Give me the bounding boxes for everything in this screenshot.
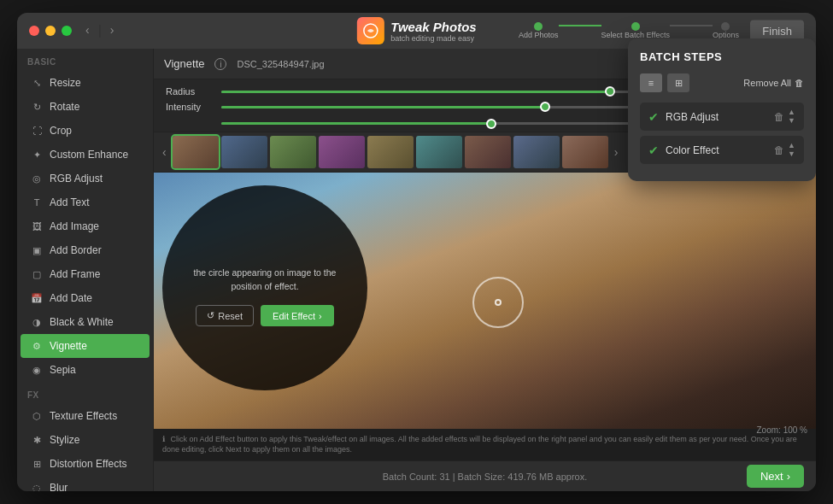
sidebar-item-distortion[interactable]: ⊞ Distortion Effects <box>21 452 150 476</box>
edit-effect-button[interactable]: Edit Effect › <box>261 305 334 326</box>
sidebar-item-bw[interactable]: ◑ Black & White <box>21 310 150 334</box>
step-down-rgb[interactable]: ▼ <box>788 117 795 125</box>
custom-enhance-icon: ✦ <box>31 149 43 161</box>
sidebar-label-add-date: Add Date <box>50 292 92 304</box>
batch-count-text: Batch Count: 31 <box>383 472 450 482</box>
extra-thumb[interactable] <box>486 119 496 129</box>
sidebar-label-stylize: Stylize <box>50 434 79 446</box>
add-frame-icon: ▢ <box>31 268 43 280</box>
sidebar-label-add-border: Add Border <box>50 244 102 256</box>
radius-fill <box>221 91 610 93</box>
thumb-prev[interactable]: ‹ <box>159 144 170 161</box>
next-label: Next <box>760 470 783 483</box>
logo-icon <box>356 17 384 44</box>
sidebar-item-add-text[interactable]: T Add Text <box>21 190 150 214</box>
step-dot-3 <box>721 22 730 31</box>
distortion-icon: ⊞ <box>31 458 43 470</box>
rotate-icon: ↻ <box>31 101 43 113</box>
thumbnail-3[interactable] <box>270 136 316 168</box>
step-dot-2 <box>631 22 640 31</box>
list-view-button[interactable]: ≡ <box>640 73 662 92</box>
intensity-label: Intensity <box>166 102 213 112</box>
sidebar-item-sepia[interactable]: ◉ Sepia <box>21 358 150 382</box>
forward-arrow[interactable]: › <box>110 23 114 38</box>
sidebar-label-sepia: Sepia <box>50 364 76 376</box>
sidebar-item-add-date[interactable]: 📅 Add Date <box>21 286 150 310</box>
add-image-icon: 🖼 <box>31 220 43 232</box>
reset-icon: ↺ <box>207 310 214 321</box>
thumbnail-1[interactable] <box>173 136 219 168</box>
sidebar-item-add-border[interactable]: ▣ Add Border <box>21 238 150 262</box>
extra-fill <box>221 122 491 125</box>
close-button[interactable] <box>29 26 39 36</box>
reset-button[interactable]: ↺ Reset <box>196 305 254 326</box>
progress-line-2 <box>670 25 713 26</box>
thumbnail-8[interactable] <box>513 136 560 168</box>
sidebar-item-add-image[interactable]: 🖼 Add Image <box>21 214 150 238</box>
step-label-rgb: RGB Adjust <box>666 111 767 123</box>
app-logo: Tweak Photos batch editing made easy <box>356 17 476 44</box>
grid-icon: ⊞ <box>675 78 683 89</box>
filename: DSC_325484947.jpg <box>237 59 324 69</box>
batch-count: Batch Count: 31 | Batch Size: 419.76 MB … <box>383 472 588 482</box>
sidebar: BASIC ⤡ Resize ↻ Rotate ⛶ Crop ✦ Custom … <box>17 49 154 491</box>
step-item-rgb[interactable]: ✔ RGB Adjust 🗑 ▲ ▼ <box>640 103 804 131</box>
bw-icon: ◑ <box>31 316 43 328</box>
thumbnail-5[interactable] <box>367 136 414 168</box>
sidebar-label-texture: Texture Effects <box>50 410 117 422</box>
sidebar-item-resize[interactable]: ⤡ Resize <box>21 71 150 95</box>
sidebar-item-add-frame[interactable]: ▢ Add Frame <box>21 262 150 286</box>
next-button[interactable]: Next › <box>747 465 804 488</box>
sidebar-item-crop[interactable]: ⛶ Crop <box>21 119 150 143</box>
sidebar-item-custom-enhance[interactable]: ✦ Custom Enhance <box>21 143 150 167</box>
grid-view-button[interactable]: ⊞ <box>667 73 689 92</box>
list-icon: ≡ <box>648 78 654 88</box>
sidebar-item-rgb-adjust[interactable]: ◎ RGB Adjust <box>21 167 150 190</box>
fullscreen-button[interactable] <box>62 26 72 36</box>
sidebar-label-blur: Blur <box>50 482 67 491</box>
resize-icon: ⤡ <box>31 77 43 89</box>
thumbnail-9[interactable] <box>562 136 608 168</box>
trash-icon: 🗑 <box>795 78 804 88</box>
step-label-1: Add Photos <box>519 31 559 39</box>
progress-step-2: Select Batch Effects <box>601 22 670 39</box>
info-icon-small: ℹ <box>162 435 165 443</box>
sidebar-item-blur[interactable]: ◌ Blur <box>21 476 150 491</box>
next-arrow-icon: › <box>787 470 790 483</box>
edit-arrow-icon: › <box>319 311 322 321</box>
sidebar-item-vignette[interactable]: ⚙ Vignette <box>21 334 150 358</box>
intensity-thumb[interactable] <box>540 102 550 112</box>
thumb-next[interactable]: › <box>611 144 622 161</box>
back-arrow[interactable]: ‹ <box>85 23 90 38</box>
sidebar-item-texture[interactable]: ⬡ Texture Effects <box>21 404 150 428</box>
step-delete-color[interactable]: 🗑 <box>774 144 784 156</box>
blur-icon: ◌ <box>31 482 43 491</box>
edit-effect-label: Edit Effect <box>273 311 315 321</box>
step-item-color[interactable]: ✔ Color Effect 🗑 ▲ ▼ <box>640 136 804 164</box>
remove-all-button[interactable]: Remove All 🗑 <box>743 78 804 88</box>
step-up-rgb[interactable]: ▲ <box>788 108 795 116</box>
sidebar-label-crop: Crop <box>50 125 72 137</box>
thumbnail-2[interactable] <box>221 136 267 168</box>
step-down-color[interactable]: ▼ <box>788 150 795 158</box>
stylize-icon: ✱ <box>31 434 43 446</box>
progress-steps: Add Photos Select Batch Effects Options <box>519 22 739 39</box>
minimize-button[interactable] <box>45 26 56 36</box>
basic-section-label: BASIC <box>17 49 153 71</box>
logo-subtitle: batch editing made easy <box>390 34 476 43</box>
thumbnail-4[interactable] <box>319 136 365 168</box>
step-delete-rgb[interactable]: 🗑 <box>774 111 784 123</box>
info-desc-text: Click on Add Effect button to apply this… <box>162 435 797 454</box>
sidebar-item-stylize[interactable]: ✱ Stylize <box>21 428 150 452</box>
remove-all-label: Remove All <box>743 78 791 88</box>
thumbnail-7[interactable] <box>465 136 511 168</box>
logo-text-group: Tweak Photos batch editing made easy <box>390 20 476 43</box>
radius-thumb[interactable] <box>605 86 615 97</box>
sidebar-label-vignette: Vignette <box>50 340 87 352</box>
thumbnail-6[interactable] <box>416 136 462 168</box>
sidebar-item-rotate[interactable]: ↻ Rotate <box>21 95 150 119</box>
sidebar-label-rgb-adjust: RGB Adjust <box>50 173 103 185</box>
sidebar-label-add-frame: Add Frame <box>50 268 100 280</box>
step-up-color[interactable]: ▲ <box>788 142 795 149</box>
sidebar-label-custom-enhance: Custom Enhance <box>50 149 128 161</box>
